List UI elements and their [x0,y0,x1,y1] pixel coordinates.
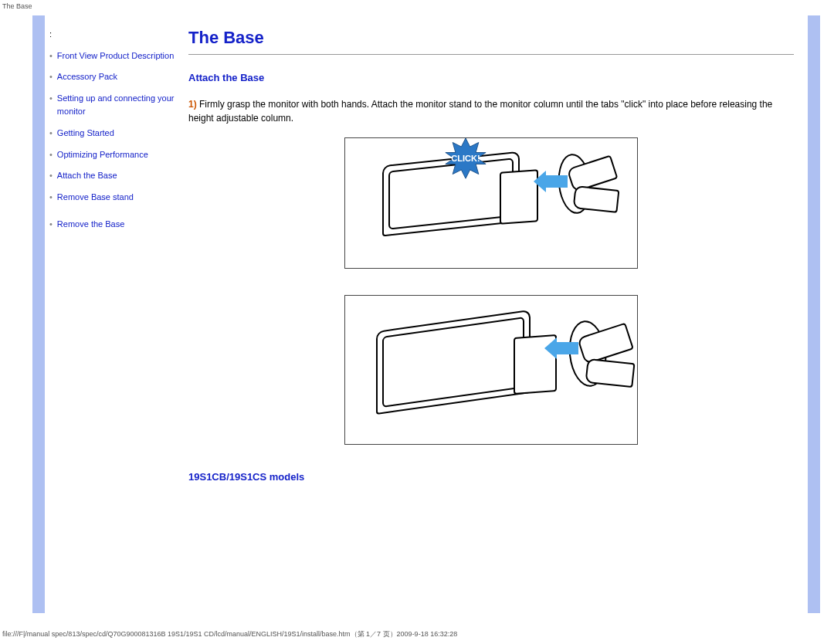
page-title: The Base [188,28,794,48]
sidebar-item[interactable]: •Remove the Base [49,218,181,232]
bullet-icon: • [49,127,53,141]
hand-icon [585,358,635,388]
sidebar-link[interactable]: Remove Base stand [57,191,134,205]
bullet-icon: • [49,148,53,162]
section-title-attach: Attach the Base [188,72,794,83]
step-body: Firmly grasp the monitor with both hands… [188,99,772,124]
sidebar-link[interactable]: Attach the Base [57,169,117,183]
sidebar-link[interactable]: Setting up and connecting your monitor [57,92,181,119]
bullet-icon: • [49,92,53,119]
click-label: CLICK! [444,137,487,180]
arrow-left-icon [555,342,578,354]
figure-attach-click: CLICK! [344,137,638,269]
bullet-icon: • [49,70,53,84]
bullet-icon: • [49,169,53,183]
sidebar-item[interactable]: •Front View Product Description [49,49,181,63]
header-label: The Base [2,2,32,10]
sidebar-item[interactable]: •Getting Started [49,127,181,141]
sidebar-link[interactable]: Getting Started [57,127,114,141]
bullet-icon: • [49,218,53,232]
sidebar-item[interactable]: •Attach the Base [49,169,181,183]
sidebar-list: •Front View Product Description •Accesso… [49,49,181,232]
sidebar-heading-colon: : [49,28,181,42]
sidebar-item[interactable]: •Optimizing Performance [49,148,181,162]
click-burst-icon: CLICK! [444,137,487,180]
bullet-icon: • [49,191,53,205]
sidebar-item[interactable]: •Setting up and connecting your monitor [49,92,181,119]
main-content: The Base Attach the Base 1) Firmly grasp… [188,15,808,613]
step-text: 1) Firmly grasp the monitor with both ha… [188,97,794,125]
sidebar-link[interactable]: Remove the Base [57,218,124,232]
step-number: 1) [188,99,197,110]
hand-icon [573,185,620,213]
monitor-icon [376,310,531,415]
page-frame: : •Front View Product Description •Acces… [32,15,820,613]
divider [188,54,794,55]
sidebar-item[interactable]: •Accessory Pack [49,70,181,84]
bullet-icon: • [49,49,53,63]
arrow-left-icon [544,175,568,188]
section-title-models: 19S1CB/19S1CS models [188,471,794,483]
sidebar-item[interactable]: •Remove Base stand [49,191,181,205]
sidebar-link[interactable]: Accessory Pack [57,70,117,84]
stand-icon [500,169,538,224]
footer-path: file:///F|/manual spec/813/spec/cd/Q70G9… [2,629,457,639]
figure-attach-slide [344,295,638,445]
sidebar: : •Front View Product Description •Acces… [45,15,188,613]
sidebar-link[interactable]: Front View Product Description [57,49,174,63]
sidebar-link[interactable]: Optimizing Performance [57,148,148,162]
